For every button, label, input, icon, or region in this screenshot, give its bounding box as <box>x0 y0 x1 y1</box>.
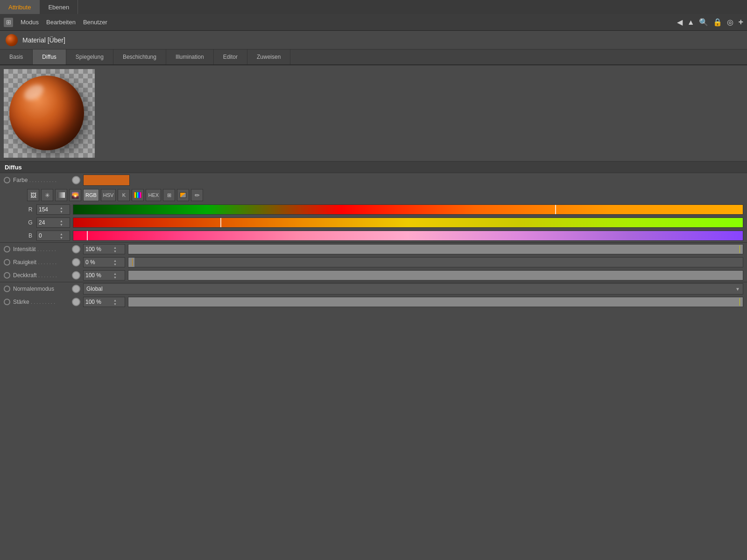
g-slider-row: G ▲ ▼ <box>0 216 747 229</box>
staerke-row: Stärke . . . . . . . . . ▲▼ <box>0 295 747 308</box>
rauigkeit-fill <box>128 258 134 267</box>
tab-zuweisen[interactable]: Zuweisen <box>247 49 290 64</box>
b-slider-track[interactable] <box>73 231 743 241</box>
rauigkeit-input[interactable] <box>85 259 113 266</box>
g-input[interactable] <box>39 219 60 226</box>
b-value-box[interactable]: ▲ ▼ <box>36 231 70 241</box>
r-slider-fill <box>73 205 743 214</box>
color-icon-image[interactable]: 🖼 <box>27 189 39 201</box>
lock-icon[interactable]: 🔒 <box>713 18 722 27</box>
deckkraft-radio[interactable] <box>4 272 10 279</box>
color-icon-rgb[interactable]: RGB <box>83 189 99 201</box>
color-icon-grid[interactable]: ⊞ <box>163 189 175 201</box>
farbe-radio[interactable] <box>4 177 10 183</box>
tab-illumination[interactable]: Illumination <box>166 49 214 64</box>
intensitaet-input[interactable] <box>85 246 113 252</box>
material-header: Material [Über] <box>0 31 747 49</box>
staerke-circle[interactable] <box>72 298 80 306</box>
b-label: B <box>27 232 34 239</box>
r-slider-row: R ▲ ▼ <box>0 203 747 216</box>
color-icon-hex[interactable]: HEX <box>146 189 161 201</box>
deckkraft-slider[interactable] <box>128 270 743 280</box>
tab-editor[interactable]: Editor <box>214 49 247 64</box>
r-value-box[interactable]: ▲ ▼ <box>36 204 70 215</box>
g-slider-track[interactable] <box>73 217 743 228</box>
rauigkeit-radio[interactable] <box>4 259 10 266</box>
tab-ebenen[interactable]: Ebenen <box>40 0 78 14</box>
b-slider-fill <box>73 231 743 240</box>
diffus-section-header: Diffus <box>0 161 747 173</box>
r-arrows[interactable]: ▲ ▼ <box>60 206 63 213</box>
add-icon[interactable]: + <box>738 17 743 27</box>
normalenmodus-circle[interactable] <box>72 285 80 293</box>
color-icon-gradient[interactable] <box>55 189 67 201</box>
g-slider-fill <box>73 218 743 227</box>
intensitaet-slider[interactable] <box>128 244 743 254</box>
tab-attribute[interactable]: Attribute <box>0 0 40 14</box>
r-slider-track[interactable] <box>73 204 743 215</box>
pointer-icon[interactable]: ▲ <box>687 18 695 27</box>
preview-sphere <box>9 76 84 150</box>
normalenmodus-label: Normalenmodus <box>13 286 69 292</box>
farbe-circle-button[interactable] <box>72 176 80 184</box>
g-arrows[interactable]: ▲ ▼ <box>60 219 63 226</box>
deckkraft-label: Deckkraft . . . . . . . <box>13 272 69 279</box>
menu-benutzer[interactable]: Benutzer <box>83 19 107 26</box>
color-icon-spectrum[interactable] <box>132 189 144 201</box>
deckkraft-row: Deckkraft . . . . . . . ▲▼ <box>0 269 747 282</box>
intensitaet-radio[interactable] <box>4 246 10 252</box>
deckkraft-arrows[interactable]: ▲▼ <box>113 272 117 279</box>
preview-ball-container <box>4 69 95 158</box>
staerke-fill <box>128 297 743 307</box>
g-label: G <box>27 219 34 226</box>
r-label: R <box>27 206 34 213</box>
rauigkeit-row: Rauigkeit . . . . . . . ▲▼ <box>0 256 747 269</box>
rauigkeit-arrows[interactable]: ▲▼ <box>113 259 117 266</box>
normalenmodus-row: Normalenmodus Global ▼ <box>0 282 747 295</box>
staerke-radio[interactable] <box>4 299 10 305</box>
color-icon-photo[interactable]: 🌄 <box>69 189 81 201</box>
b-input[interactable] <box>39 232 60 239</box>
normalenmodus-radio[interactable] <box>4 286 10 292</box>
g-value-box[interactable]: ▲ ▼ <box>36 217 70 228</box>
search-icon[interactable]: 🔍 <box>699 18 708 27</box>
tab-diffus[interactable]: Diffus <box>33 49 66 64</box>
staerke-arrows[interactable]: ▲▼ <box>113 299 117 306</box>
intensitaet-fill <box>128 245 743 254</box>
g-slider-marker <box>220 218 221 227</box>
tab-spiegelung[interactable]: Spiegelung <box>66 49 113 64</box>
deckkraft-circle[interactable] <box>72 271 80 280</box>
menu-bearbeiten[interactable]: Bearbeiten <box>46 19 76 26</box>
color-icon-hsv[interactable]: HSV <box>101 189 116 201</box>
farbe-label: Farbe . . . . . . . . . . <box>13 177 69 183</box>
menu-modus[interactable]: Modus <box>21 19 39 26</box>
rauigkeit-circle[interactable] <box>72 258 80 266</box>
intensitaet-circle[interactable] <box>72 245 80 253</box>
tab-basis[interactable]: Basis <box>0 49 33 64</box>
intensitaet-arrows[interactable]: ▲▼ <box>113 246 117 253</box>
deckkraft-fill <box>128 271 743 280</box>
app-icon: ⊞ <box>4 18 13 27</box>
color-icon-k[interactable]: K <box>118 189 130 201</box>
color-icon-sunburst[interactable]: ✳ <box>41 189 53 201</box>
staerke-slider[interactable] <box>128 297 743 307</box>
rauigkeit-value-box[interactable]: ▲▼ <box>83 257 125 267</box>
b-arrows[interactable]: ▲ ▼ <box>60 232 63 239</box>
staerke-input[interactable] <box>85 299 113 305</box>
r-slider-marker <box>555 205 556 214</box>
farbe-color-swatch[interactable] <box>83 175 130 186</box>
back-icon[interactable]: ◀ <box>677 18 683 27</box>
r-input[interactable] <box>39 206 60 213</box>
normalenmodus-dropdown[interactable]: Global ▼ <box>83 283 743 294</box>
rauigkeit-slider[interactable] <box>128 257 743 267</box>
deckkraft-input[interactable] <box>85 272 113 279</box>
intensitaet-value-box[interactable]: ▲▼ <box>83 244 125 254</box>
color-icon-compare[interactable] <box>177 189 189 201</box>
color-icons-bar: 🖼 ✳ 🌄 RGB HSV K HEX ⊞ ✏ <box>0 187 747 203</box>
tab-beschichtung[interactable]: Beschichtung <box>113 49 166 64</box>
staerke-value-box[interactable]: ▲▼ <box>83 297 125 307</box>
deckkraft-value-box[interactable]: ▲▼ <box>83 270 125 280</box>
color-icon-eyedropper[interactable]: ✏ <box>191 189 203 201</box>
target-icon[interactable]: ◎ <box>727 18 733 27</box>
rauigkeit-label: Rauigkeit . . . . . . . <box>13 259 69 266</box>
